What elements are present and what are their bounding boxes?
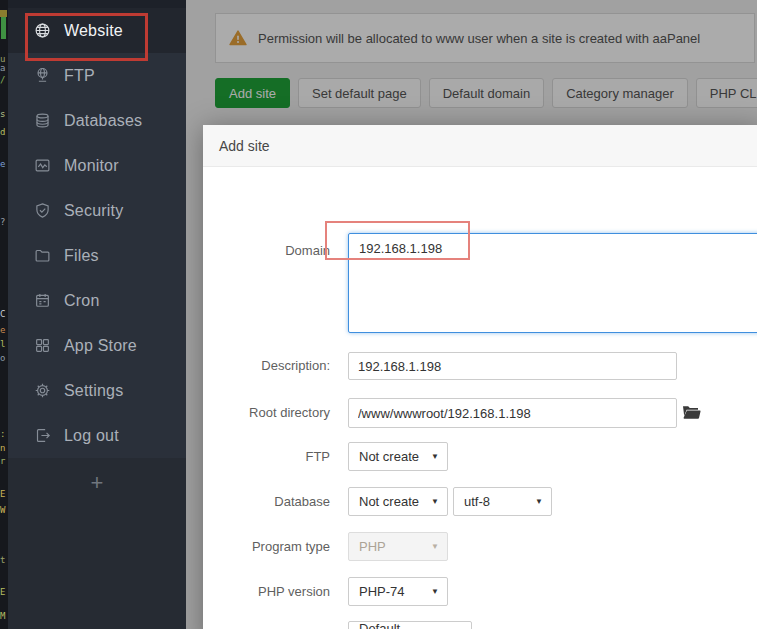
terminal-text-fragment: C bbox=[0, 310, 6, 318]
dropdown-arrow-icon: ▼ bbox=[431, 497, 439, 506]
main-content: Permission will be allocated to www user… bbox=[186, 0, 757, 629]
sidebar-item-website[interactable]: Website bbox=[8, 8, 186, 53]
browse-folder-icon[interactable] bbox=[682, 404, 701, 421]
terminal-text-fragment: ? bbox=[0, 218, 6, 226]
terminal-text-fragment: n bbox=[0, 444, 6, 452]
sidebar: Website FTP Databases bbox=[8, 0, 186, 629]
charset-select-value: utf-8 bbox=[464, 494, 490, 509]
ftp-globe-icon bbox=[33, 67, 51, 84]
terminal-text-fragment: e bbox=[0, 160, 6, 168]
dropdown-arrow-icon: ▼ bbox=[431, 587, 439, 596]
charset-select[interactable]: utf-8 ▼ bbox=[453, 487, 552, 516]
sidebar-item-label: Log out bbox=[64, 427, 119, 445]
description-input[interactable] bbox=[348, 352, 677, 380]
database-select-value: Not create bbox=[359, 494, 419, 509]
sidebar-item-label: App Store bbox=[64, 337, 137, 355]
sidebar-item-label: Databases bbox=[64, 112, 142, 130]
root-directory-label: Root directory bbox=[203, 405, 330, 420]
site-category-select[interactable]: Default category ▼ bbox=[348, 621, 472, 629]
calendar-icon bbox=[33, 292, 51, 309]
sidebar-item-label: Files bbox=[64, 247, 99, 265]
sidebar-item-app-store[interactable]: App Store bbox=[8, 323, 186, 368]
sidebar-item-label: Security bbox=[64, 202, 123, 220]
dropdown-arrow-icon: ▼ bbox=[431, 452, 439, 461]
sidebar-item-label: Website bbox=[64, 22, 123, 40]
php-version-select[interactable]: PHP-74 ▼ bbox=[348, 577, 448, 606]
modal-body: Domain 192.168.1.198 Description: Root d… bbox=[203, 167, 757, 629]
sidebar-item-cron[interactable]: Cron bbox=[8, 278, 186, 323]
dropdown-arrow-icon: ▼ bbox=[431, 542, 439, 551]
terminal-text-fragment: W bbox=[0, 506, 6, 514]
terminal-color-fragment bbox=[1, 17, 6, 39]
program-type-select: PHP ▼ bbox=[348, 532, 448, 561]
terminal-text-fragment: t bbox=[0, 556, 6, 564]
sidebar-menu: Website FTP Databases bbox=[8, 8, 186, 458]
sidebar-item-databases[interactable]: Databases bbox=[8, 98, 186, 143]
sidebar-item-files[interactable]: Files bbox=[8, 233, 186, 278]
shield-icon bbox=[33, 202, 51, 219]
modal-title: Add site bbox=[219, 138, 270, 154]
folder-icon bbox=[33, 247, 51, 264]
root-directory-input[interactable] bbox=[348, 398, 677, 428]
sidebar-item-label: Settings bbox=[64, 382, 123, 400]
terminal-text-fragment: l: bbox=[0, 340, 6, 348]
site-category-select-value: Default category bbox=[359, 621, 447, 629]
sidebar-item-label: FTP bbox=[64, 67, 95, 85]
domain-input[interactable]: 192.168.1.198 bbox=[348, 233, 757, 333]
sidebar-collapse-row: + bbox=[8, 458, 186, 508]
program-type-label: Program type bbox=[203, 539, 330, 554]
ftp-select[interactable]: Not create ▼ bbox=[348, 442, 448, 471]
description-label: Description: bbox=[203, 358, 330, 373]
database-label: Database bbox=[203, 494, 330, 509]
database-select[interactable]: Not create ▼ bbox=[348, 487, 448, 516]
dropdown-arrow-icon: ▼ bbox=[535, 497, 543, 506]
terminal-text-fragment: :s bbox=[0, 430, 6, 438]
terminal-text-fragment: a bbox=[0, 64, 6, 72]
terminal-text-fragment: / bbox=[0, 76, 6, 84]
background-terminal-strip: u a / s d e ? C e l: o :s n r EF W t E M bbox=[0, 0, 8, 629]
plus-icon[interactable]: + bbox=[91, 470, 104, 496]
terminal-text-fragment: d bbox=[0, 128, 6, 136]
ftp-select-value: Not create bbox=[359, 449, 419, 464]
sidebar-item-monitor[interactable]: Monitor bbox=[8, 143, 186, 188]
sidebar-top-band bbox=[8, 0, 186, 8]
grid-icon bbox=[33, 337, 51, 354]
sidebar-item-security[interactable]: Security bbox=[8, 188, 186, 233]
terminal-text-fragment: M bbox=[0, 612, 6, 620]
monitor-icon bbox=[33, 157, 51, 174]
terminal-text-fragment: EF bbox=[0, 490, 6, 498]
terminal-text-fragment: r bbox=[0, 457, 6, 465]
terminal-text-fragment: s bbox=[0, 110, 6, 118]
program-type-select-value: PHP bbox=[359, 539, 386, 554]
php-version-select-value: PHP-74 bbox=[359, 584, 405, 599]
logout-icon bbox=[33, 427, 51, 444]
sidebar-item-label: Monitor bbox=[64, 157, 119, 175]
terminal-color-fragment bbox=[0, 10, 7, 17]
gear-icon bbox=[33, 382, 51, 399]
ftp-label: FTP bbox=[203, 449, 330, 464]
sidebar-item-label: Cron bbox=[64, 292, 99, 310]
terminal-text-fragment: u bbox=[0, 55, 6, 63]
sidebar-item-settings[interactable]: Settings bbox=[8, 368, 186, 413]
terminal-text-fragment: o bbox=[0, 354, 6, 362]
domain-label: Domain bbox=[203, 243, 330, 258]
sidebar-item-ftp[interactable]: FTP bbox=[8, 53, 186, 98]
sidebar-item-log-out[interactable]: Log out bbox=[8, 413, 186, 458]
php-version-label: PHP version bbox=[203, 584, 330, 599]
modal-header: Add site bbox=[203, 125, 757, 167]
database-icon bbox=[33, 112, 51, 129]
terminal-text-fragment: e bbox=[0, 326, 6, 334]
globe-icon bbox=[33, 22, 51, 39]
terminal-text-fragment: E bbox=[0, 588, 6, 596]
add-site-modal: Add site Domain 192.168.1.198 Descriptio… bbox=[203, 125, 757, 629]
